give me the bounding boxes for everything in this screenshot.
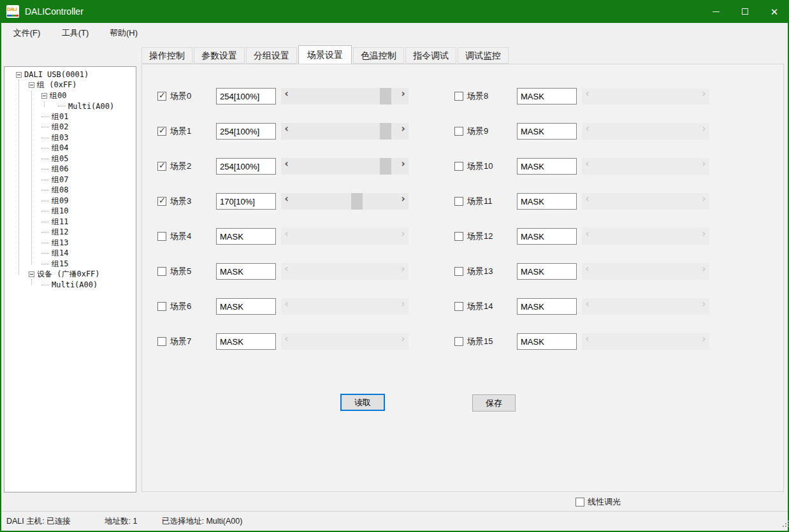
scene-checkbox[interactable]: ✓ [454,232,463,241]
scene-value-input[interactable] [517,193,577,210]
scene-scrollbar[interactable]: ‹ › [281,263,409,280]
scrollbar-thumb[interactable] [380,123,391,140]
tab[interactable]: 指令调试 [405,47,456,64]
scene-scrollbar[interactable]: ‹ › [281,158,409,175]
scene-checkbox[interactable]: ✓ [454,197,463,206]
scrollbar-thumb[interactable] [351,193,363,210]
menu-item[interactable]: 工具(T) [51,23,99,43]
scene-value-input[interactable] [216,123,276,140]
tab[interactable]: 场景设置 [298,45,352,64]
tree-item[interactable]: 组04 [4,143,136,154]
scene-checkbox[interactable]: ✓ [454,337,463,346]
tree-expander-icon[interactable] [29,271,34,277]
scene-scrollbar[interactable]: ‹ › [582,158,709,175]
scene-checkbox[interactable]: ✓ [454,267,463,276]
scene-checkbox[interactable]: ✓ [157,337,166,346]
scroll-left-arrow-icon[interactable]: ‹ [582,228,593,245]
linear-dimming-checkbox[interactable]: ✓ [575,498,584,507]
scroll-right-arrow-icon[interactable]: › [699,333,709,350]
scroll-left-arrow-icon[interactable]: ‹ [281,298,292,315]
scene-scrollbar[interactable]: ‹ › [281,193,409,210]
scene-scrollbar[interactable]: ‹ › [281,228,409,245]
scroll-left-arrow-icon[interactable]: ‹ [281,193,292,210]
scroll-left-arrow-icon[interactable]: ‹ [582,333,593,350]
scene-scrollbar[interactable]: ‹ › [582,88,709,104]
minimize-button[interactable] [701,0,730,23]
tree-item[interactable]: 组09 [4,196,136,206]
tree-item[interactable]: Multi(A00) [4,101,136,112]
tree-item[interactable]: 组11 [4,217,136,227]
scene-value-input[interactable] [216,298,276,315]
scene-value-input[interactable] [517,298,577,315]
scroll-left-arrow-icon[interactable]: ‹ [281,158,292,175]
scene-scrollbar[interactable]: ‹ › [582,298,709,315]
scene-scrollbar[interactable]: ‹ › [582,263,709,280]
scroll-left-arrow-icon[interactable]: ‹ [582,298,593,315]
scene-checkbox[interactable]: ✓ [157,92,166,101]
menu-item[interactable]: 文件(F) [3,23,51,43]
scene-value-input[interactable] [216,228,276,245]
device-tree[interactable]: DALI USB(0001) 组 (0xFF) 组00 Multi(A00) 组… [4,66,136,492]
scene-checkbox[interactable]: ✓ [157,302,166,311]
tree-expander-icon[interactable] [29,82,34,88]
scene-scrollbar[interactable]: ‹ › [582,333,709,350]
scene-checkbox[interactable]: ✓ [157,162,166,171]
scrollbar-thumb[interactable] [380,158,391,175]
resize-grip[interactable] [783,526,784,527]
scene-value-input[interactable] [517,263,577,280]
tab[interactable]: 调试监控 [458,47,509,64]
scene-scrollbar[interactable]: ‹ › [582,228,709,245]
tree-item[interactable]: 组15 [4,259,136,270]
scroll-right-arrow-icon[interactable]: › [699,228,709,245]
scene-value-input[interactable] [517,228,577,245]
scene-value-input[interactable] [517,158,577,175]
scroll-left-arrow-icon[interactable]: ‹ [582,158,593,175]
tree-expander-icon[interactable] [16,72,22,78]
scroll-right-arrow-icon[interactable]: › [398,158,409,175]
scene-value-input[interactable] [216,88,276,104]
tab[interactable]: 分组设置 [246,47,297,64]
tree-item[interactable]: 组13 [4,238,136,248]
scroll-left-arrow-icon[interactable]: ‹ [582,193,593,210]
tab[interactable]: 色温控制 [353,47,404,64]
scene-checkbox[interactable]: ✓ [454,127,463,136]
scene-scrollbar[interactable]: ‹ › [582,193,709,210]
tree-item[interactable]: 组12 [4,227,136,238]
tree-item[interactable]: 组05 [4,154,136,164]
scroll-right-arrow-icon[interactable]: › [398,123,409,140]
scene-checkbox[interactable]: ✓ [454,162,463,171]
tab[interactable]: 操作控制 [141,47,192,64]
scene-checkbox[interactable]: ✓ [157,197,166,206]
scroll-right-arrow-icon[interactable]: › [699,88,709,104]
tree-item[interactable]: 组10 [4,206,136,217]
scroll-right-arrow-icon[interactable]: › [398,333,409,350]
scroll-right-arrow-icon[interactable]: › [398,228,409,245]
titlebar[interactable]: DALI DALIController ✕ [0,0,789,23]
scene-scrollbar[interactable]: ‹ › [281,333,409,350]
tree-item[interactable]: 组07 [4,175,136,185]
scroll-left-arrow-icon[interactable]: ‹ [281,123,292,140]
scene-value-input[interactable] [216,263,276,280]
scroll-right-arrow-icon[interactable]: › [699,298,709,315]
scene-value-input[interactable] [216,158,276,175]
tree-item[interactable]: 设备 (广播0xFF) [4,270,136,280]
maximize-button[interactable] [730,0,760,23]
tree-item[interactable]: 组08 [4,185,136,196]
scene-checkbox[interactable]: ✓ [454,302,463,311]
tree-item[interactable]: Multi(A00) [4,280,136,291]
scroll-right-arrow-icon[interactable]: › [699,158,709,175]
scroll-right-arrow-icon[interactable]: › [398,88,409,104]
scene-value-input[interactable] [517,88,577,104]
tree-item[interactable]: 组 (0xFF) [4,80,136,91]
scene-checkbox[interactable]: ✓ [157,232,166,241]
tree-item[interactable]: 组06 [4,164,136,175]
scene-value-input[interactable] [517,123,577,140]
tab[interactable]: 参数设置 [194,47,245,64]
save-button[interactable]: 保存 [472,394,516,412]
scrollbar-thumb[interactable] [380,88,391,104]
scroll-left-arrow-icon[interactable]: ‹ [582,263,593,280]
scroll-right-arrow-icon[interactable]: › [699,263,709,280]
scene-checkbox[interactable]: ✓ [157,127,166,136]
scene-checkbox[interactable]: ✓ [454,92,463,101]
scroll-left-arrow-icon[interactable]: ‹ [281,228,292,245]
